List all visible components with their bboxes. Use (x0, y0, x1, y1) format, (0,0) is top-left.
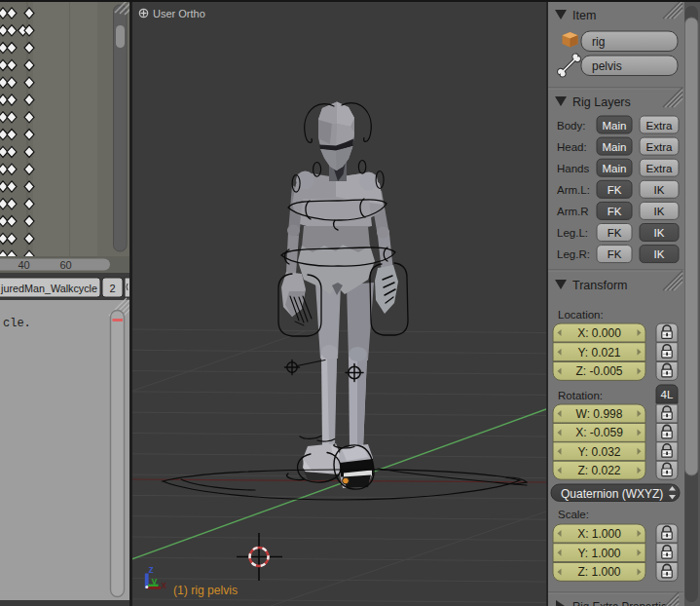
svg-text:Extra: Extra (646, 141, 673, 153)
svg-text:Extra: Extra (646, 163, 673, 174)
svg-text:X: 1.000: X: 1.000 (577, 527, 621, 541)
svg-text:Y: 1.000: Y: 1.000 (577, 547, 620, 560)
svg-text:X: 0.000: X: 0.000 (577, 326, 621, 340)
svg-text:pelvis: pelvis (592, 59, 622, 73)
svg-text:rig: rig (592, 35, 605, 49)
svg-text:4L: 4L (661, 389, 674, 400)
svg-text:Extra: Extra (646, 120, 673, 132)
svg-text:IK: IK (654, 248, 665, 260)
svg-text:2: 2 (109, 283, 115, 294)
svg-text:(1) rig pelvis: (1) rig pelvis (173, 584, 238, 597)
svg-text:Head:: Head: (557, 141, 587, 153)
svg-text:Y: 0.032: Y: 0.032 (577, 445, 620, 459)
svg-text:Arm.R: Arm.R (557, 206, 589, 217)
svg-text:Quaternion (WXYZ): Quaternion (WXYZ) (561, 487, 663, 501)
svg-text:Rig Extra Properties: Rig Extra Properties (572, 600, 673, 606)
svg-text:Z: 1.000: Z: 1.000 (577, 565, 620, 579)
svg-text:Main: Main (603, 141, 627, 153)
svg-text:Leg.R:: Leg.R: (557, 248, 590, 260)
svg-text:Transform: Transform (572, 279, 628, 292)
svg-text:y: y (152, 575, 158, 587)
svg-text:Rotation:: Rotation: (558, 390, 603, 401)
svg-text:IK: IK (654, 227, 665, 239)
svg-text:Scale:: Scale: (558, 509, 589, 520)
svg-text:Hands: Hands (557, 163, 589, 174)
svg-text:FK: FK (608, 248, 622, 260)
svg-text:FK: FK (608, 184, 622, 196)
svg-text:Item: Item (572, 9, 596, 22)
svg-text:Rig Layers: Rig Layers (572, 95, 631, 109)
svg-text:FK: FK (608, 227, 622, 239)
svg-text:Arm.L:: Arm.L: (557, 184, 590, 196)
svg-text:Leg.L:: Leg.L: (557, 227, 588, 239)
svg-text:x: x (162, 580, 167, 590)
svg-text:W: 0.998: W: 0.998 (576, 407, 623, 421)
svg-text:Y: 0.021: Y: 0.021 (577, 346, 620, 360)
svg-text:z: z (149, 563, 154, 575)
svg-text:40: 40 (18, 259, 29, 271)
svg-text:Z: 0.022: Z: 0.022 (577, 464, 620, 477)
svg-text:cle.: cle. (3, 317, 31, 330)
svg-text:juredMan_Walkcycle: juredMan_Walkcycle (0, 283, 97, 294)
svg-text:Main: Main (603, 120, 627, 132)
svg-text:X: -0.059: X: -0.059 (575, 426, 623, 439)
svg-text:Body:: Body: (557, 120, 585, 132)
svg-text:User Ortho: User Ortho (153, 8, 205, 19)
svg-text:60: 60 (59, 259, 71, 271)
svg-text:IK: IK (654, 206, 665, 217)
svg-text:IK: IK (654, 184, 665, 196)
svg-text:Z: -0.005: Z: -0.005 (575, 364, 622, 378)
svg-text:Location:: Location: (558, 309, 604, 321)
svg-text:FK: FK (608, 206, 622, 217)
svg-text:Main: Main (603, 163, 627, 174)
